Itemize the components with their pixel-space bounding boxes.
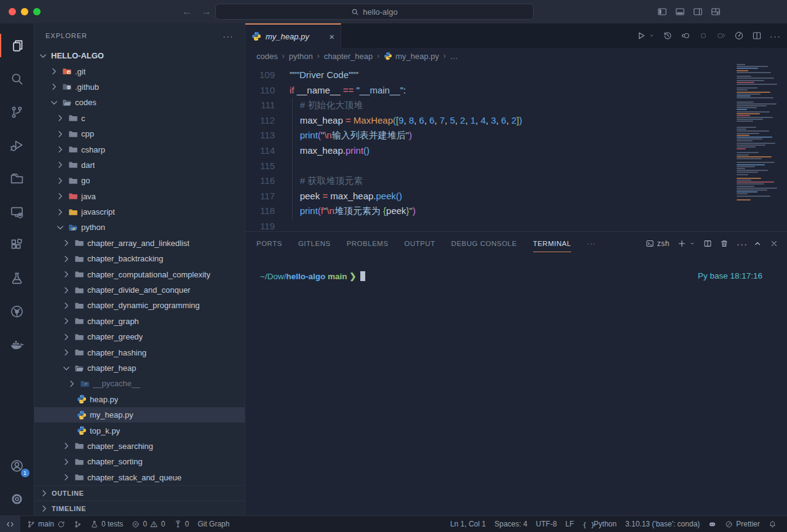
activity-item-settings[interactable] xyxy=(0,482,34,515)
customize-layout-icon[interactable] xyxy=(711,7,721,17)
command-center-search[interactable]: hello-algo xyxy=(215,4,534,20)
tree-item-chapter_sorting[interactable]: chapter_sorting xyxy=(34,454,245,469)
activity-item-source-control[interactable] xyxy=(0,95,34,129)
breadcrumb-item-my_heap.py[interactable]: my_heap.py xyxy=(384,52,439,61)
breadcrumb-item-…[interactable]: … xyxy=(450,52,458,61)
activity-item-explorer[interactable] xyxy=(0,29,34,62)
run-dropdown-icon[interactable] xyxy=(649,33,655,39)
previous-change-icon[interactable] xyxy=(681,31,690,41)
new-terminal[interactable] xyxy=(678,239,686,248)
activity-item-remote-explorer[interactable] xyxy=(0,195,34,228)
kill-terminal[interactable] xyxy=(720,239,729,248)
current-change-icon[interactable] xyxy=(698,31,708,41)
tree-item-chapter_computational_complexity[interactable]: chapter_computational_complexity xyxy=(34,266,245,282)
terminal-dropdown[interactable] xyxy=(689,240,695,247)
close-panel[interactable] xyxy=(770,239,778,248)
tree-item-java[interactable]: java xyxy=(34,189,245,204)
tree-item-top_k.py[interactable]: top_k.py xyxy=(34,423,245,438)
tree-item-python[interactable]: python xyxy=(34,220,245,235)
status-copilot[interactable] xyxy=(704,516,721,532)
toggle-primary-sidebar-icon[interactable] xyxy=(657,7,667,17)
panel-tab-gitlens[interactable]: GITLENS xyxy=(298,232,331,255)
status-encoding[interactable]: UTF-8 xyxy=(532,516,561,532)
tab-close-icon[interactable]: × xyxy=(329,31,334,42)
run-python-file-icon[interactable] xyxy=(636,31,646,41)
panel-tab-output[interactable]: OUTPUT xyxy=(405,232,435,255)
tree-item-go[interactable]: go xyxy=(34,173,245,188)
next-change-icon[interactable] xyxy=(716,31,726,41)
tree-item-javascript[interactable]: javascript xyxy=(34,204,245,220)
tree-item-chapter_greedy[interactable]: chapter_greedy xyxy=(34,329,245,344)
panel-tab-ports[interactable]: PORTS xyxy=(256,232,282,255)
toggle-panel-icon[interactable] xyxy=(675,7,685,17)
tree-item-chapter_heap[interactable]: chapter_heap xyxy=(34,360,245,376)
activity-item-testing[interactable] xyxy=(0,261,34,295)
tree-item-my_heap.py[interactable]: my_heap.py xyxy=(34,407,245,423)
tree-item-__pycache__[interactable]: __pycache__ xyxy=(34,376,245,391)
tree-item-.github[interactable]: .github xyxy=(34,79,245,95)
tree-item-cpp[interactable]: cpp xyxy=(34,126,245,141)
more-actions-icon[interactable]: ··· xyxy=(770,31,780,41)
status-language-mode[interactable]: { }Python xyxy=(579,516,621,532)
explorer-more-actions-icon[interactable]: ··· xyxy=(223,31,234,41)
split-editor-icon[interactable] xyxy=(752,31,762,41)
nav-back-icon[interactable]: ← xyxy=(182,6,192,18)
tree-item-heap.py[interactable]: heap.py xyxy=(34,392,245,407)
sidebar-section-outline[interactable]: OUTLINE xyxy=(34,486,245,501)
activity-item-docker[interactable] xyxy=(0,328,34,361)
tree-item-chapter_hashing[interactable]: chapter_hashing xyxy=(34,344,245,360)
sidebar-section-timeline[interactable]: TIMELINE xyxy=(34,501,245,515)
activity-item-accounts[interactable]: 1 xyxy=(0,449,34,482)
tree-item-chapter_searching[interactable]: chapter_searching xyxy=(34,439,245,454)
status-problems[interactable]: 00 xyxy=(127,516,169,532)
status-eol[interactable]: LF xyxy=(561,516,579,532)
code-editor[interactable]: 109110111112113114115116117118119 """Dri… xyxy=(245,64,787,231)
tree-item-chapter_dynamic_programming[interactable]: chapter_dynamic_programming xyxy=(34,298,245,313)
terminal[interactable]: ~/Dow/hello-algo main ❯ Py base 18:17:16 xyxy=(245,255,787,281)
status-notifications[interactable] xyxy=(764,516,781,532)
tree-item-chapter_backtracking[interactable]: chapter_backtracking xyxy=(34,251,245,266)
tree-item-c[interactable]: c xyxy=(34,111,245,126)
status-prettier[interactable]: Prettier xyxy=(721,516,764,532)
status-indentation[interactable]: Spaces: 4 xyxy=(490,516,531,532)
gitlens-graph-icon[interactable] xyxy=(734,31,744,41)
activity-item-extensions[interactable] xyxy=(0,228,34,261)
breadcrumb-item-chapter_heap[interactable]: chapter_heap xyxy=(324,52,373,61)
minimize-window-button[interactable] xyxy=(21,8,28,15)
tree-item-chapter_stack_and_queue[interactable]: chapter_stack_and_queue xyxy=(34,470,245,485)
status-cursor-position[interactable]: Ln 1, Col 1 xyxy=(446,516,490,532)
status-git-branch[interactable]: main xyxy=(23,516,69,532)
breadcrumb-item-python[interactable]: python xyxy=(289,52,313,61)
tree-item-chapter_array_and_linkedlist[interactable]: chapter_array_and_linkedlist xyxy=(34,236,245,251)
activity-item-folders[interactable] xyxy=(0,162,34,195)
panel-tab-problems[interactable]: PROBLEMS xyxy=(347,232,389,255)
split-terminal[interactable] xyxy=(703,239,712,248)
panel-more[interactable]: ··· xyxy=(737,239,745,248)
panel-tab-debug-console[interactable]: DEBUG CONSOLE xyxy=(451,232,517,255)
tree-item-chapter_divide_and_conquer[interactable]: chapter_divide_and_conquer xyxy=(34,282,245,298)
status-python-interpreter[interactable]: 3.10.13 ('base': conda) xyxy=(621,516,704,532)
status-remote-indicator[interactable] xyxy=(0,516,20,532)
status-commit-graph[interactable] xyxy=(69,516,86,532)
maximize-panel[interactable] xyxy=(753,239,762,248)
tree-item-dart[interactable]: dart xyxy=(34,157,245,173)
tree-item-csharp[interactable]: csharp xyxy=(34,141,245,157)
toggle-secondary-sidebar-icon[interactable] xyxy=(693,7,703,17)
activity-item-github[interactable] xyxy=(0,295,34,328)
tree-item-chapter_graph[interactable]: chapter_graph xyxy=(34,314,245,329)
status-test-status[interactable]: 0 tests xyxy=(86,516,127,532)
close-window-button[interactable] xyxy=(9,8,16,15)
tree-item-codes[interactable]: codes xyxy=(34,95,245,110)
tree-item-HELLO-ALGO[interactable]: HELLO-ALGO xyxy=(34,48,245,63)
file-history-icon[interactable] xyxy=(663,31,673,41)
activity-item-run-and-debug[interactable] xyxy=(0,129,34,162)
activity-item-search[interactable] xyxy=(0,62,34,95)
breadcrumb-item-codes[interactable]: codes xyxy=(256,52,278,61)
status-ports[interactable]: 0 xyxy=(170,516,194,532)
minimap[interactable] xyxy=(737,64,783,208)
panel-tab-terminal[interactable]: TERMINAL xyxy=(533,232,571,255)
nav-forward-icon[interactable]: → xyxy=(201,6,212,18)
zoom-window-button[interactable] xyxy=(33,8,41,15)
panel-tabs-more-icon[interactable]: ··· xyxy=(587,240,596,247)
status-git-graph[interactable]: Git Graph xyxy=(193,516,234,532)
